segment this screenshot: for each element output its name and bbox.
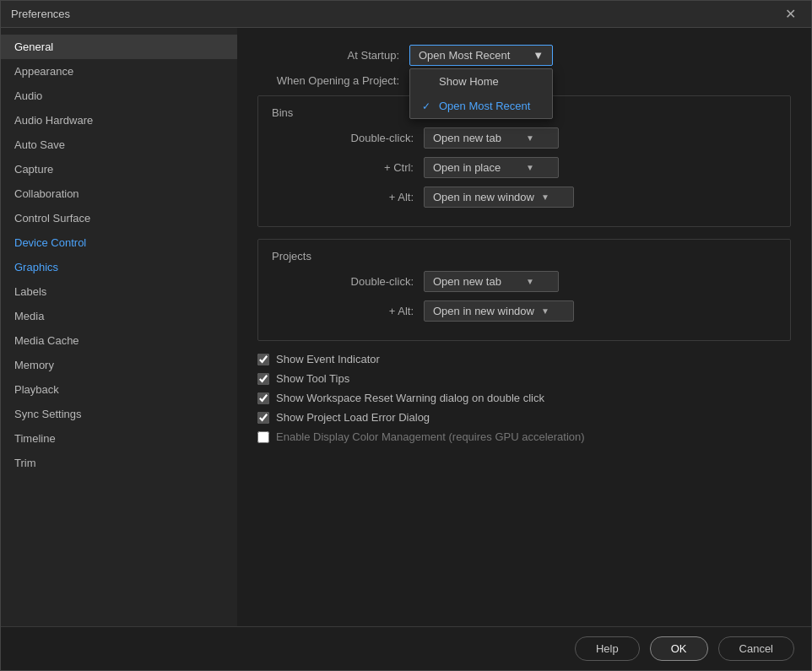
projects-doubleclick-select: Open new tab ▼: [424, 271, 559, 292]
bins-alt-chevron-icon: ▼: [541, 192, 549, 202]
bins-ctrl-button[interactable]: Open in place ▼: [424, 157, 559, 178]
sidebar-item-playback[interactable]: Playback: [1, 377, 237, 402]
preferences-dialog: Preferences ✕ GeneralAppearanceAudioAudi…: [0, 0, 812, 671]
bins-ctrl-label: + Ctrl:: [272, 161, 424, 174]
startup-option-open-most-recent-label: Open Most Recent: [439, 100, 530, 112]
sidebar-item-memory[interactable]: Memory: [1, 353, 237, 377]
checkbox-label-4: Enable Display Color Management (require…: [276, 430, 585, 443]
checkbox-label-0: Show Event Indicator: [276, 353, 380, 365]
sidebar-item-audio-hardware[interactable]: Audio Hardware: [1, 108, 237, 133]
bins-alt-label: + Alt:: [272, 191, 424, 203]
bins-ctrl-select: Open in place ▼: [424, 157, 559, 178]
projects-alt-chevron-icon: ▼: [541, 306, 549, 316]
checkbox-row-3: Show Project Load Error Dialog: [257, 411, 791, 424]
content-area: At Startup: Open Most Recent ▼ Show Home: [237, 28, 811, 626]
sidebar-item-capture[interactable]: Capture: [1, 157, 237, 181]
ok-button[interactable]: OK: [650, 636, 708, 661]
checkbox-label-2: Show Workspace Reset Warning dialog on d…: [276, 392, 544, 404]
main-area: GeneralAppearanceAudioAudio HardwareAuto…: [1, 28, 811, 626]
bins-alt-select: Open in new window ▼: [424, 187, 574, 208]
projects-section: Projects Double-click: Open new tab ▼ + …: [257, 239, 791, 341]
close-button[interactable]: ✕: [780, 6, 801, 23]
opening-label: When Opening a Project:: [257, 74, 409, 87]
projects-header: Projects: [272, 250, 777, 262]
checkbox-2[interactable]: [257, 392, 269, 404]
sidebar-item-trim[interactable]: Trim: [1, 451, 237, 475]
bins-ctrl-chevron-icon: ▼: [526, 163, 534, 172]
sidebar-item-auto-save[interactable]: Auto Save: [1, 133, 237, 157]
startup-chevron-icon: ▼: [533, 49, 544, 62]
footer: Help OK Cancel: [1, 626, 811, 670]
titlebar: Preferences ✕: [1, 1, 811, 28]
sidebar-item-control-surface[interactable]: Control Surface: [1, 206, 237, 230]
startup-label: At Startup:: [257, 49, 409, 62]
checkbox-3[interactable]: [257, 412, 269, 424]
startup-option-open-most-recent[interactable]: ✓ Open Most Recent: [410, 94, 552, 118]
bins-alt-row: + Alt: Open in new window ▼: [272, 187, 777, 208]
bins-doubleclick-label: Double-click:: [272, 132, 424, 144]
projects-alt-row: + Alt: Open in new window ▼: [272, 300, 777, 322]
startup-select-value: Open Most Recent: [419, 49, 510, 62]
bins-ctrl-value: Open in place: [433, 161, 501, 174]
startup-select-button[interactable]: Open Most Recent ▼: [409, 45, 553, 66]
projects-doubleclick-value: Open new tab: [433, 275, 501, 288]
sidebar-item-audio[interactable]: Audio: [1, 84, 237, 108]
sidebar-item-media[interactable]: Media: [1, 304, 237, 328]
checkbox-1[interactable]: [257, 373, 269, 385]
bins-doubleclick-select: Open new tab ▼: [424, 127, 559, 149]
projects-doubleclick-row: Double-click: Open new tab ▼: [272, 271, 777, 292]
projects-alt-select: Open in new window ▼: [424, 300, 574, 322]
active-checkmark-icon: ✓: [422, 100, 434, 112]
bins-doubleclick-row: Double-click: Open new tab ▼: [272, 127, 777, 149]
projects-doubleclick-chevron-icon: ▼: [526, 277, 534, 286]
startup-option-show-home[interactable]: Show Home: [410, 69, 552, 94]
sidebar-item-sync-settings[interactable]: Sync Settings: [1, 402, 237, 426]
checkbox-row-4: Enable Display Color Management (require…: [257, 430, 791, 443]
bins-doubleclick-button[interactable]: Open new tab ▼: [424, 127, 559, 149]
startup-dropdown-popup: Show Home ✓ Open Most Recent: [409, 68, 553, 119]
sidebar-item-general[interactable]: General: [1, 35, 237, 59]
sidebar-item-timeline[interactable]: Timeline: [1, 426, 237, 451]
startup-select-wrapper: Open Most Recent ▼ Show Home ✓ Open Most…: [409, 45, 553, 66]
startup-row: At Startup: Open Most Recent ▼ Show Home: [257, 45, 791, 66]
startup-option-show-home-label: Show Home: [439, 75, 499, 88]
sidebar-item-appearance[interactable]: Appearance: [1, 59, 237, 84]
sidebar-item-graphics[interactable]: Graphics: [1, 255, 237, 279]
sidebar-item-labels[interactable]: Labels: [1, 279, 237, 304]
cancel-button[interactable]: Cancel: [718, 636, 794, 661]
bins-doubleclick-chevron-icon: ▼: [526, 133, 534, 143]
dialog-title: Preferences: [11, 8, 70, 20]
help-button[interactable]: Help: [575, 636, 640, 661]
checkbox-label-1: Show Tool Tips: [276, 372, 349, 385]
sidebar: GeneralAppearanceAudioAudio HardwareAuto…: [1, 28, 237, 626]
checkbox-0[interactable]: [257, 354, 269, 365]
checkbox-label-3: Show Project Load Error Dialog: [276, 411, 430, 424]
sidebar-item-device-control[interactable]: Device Control: [1, 230, 237, 255]
bins-alt-value: Open in new window: [433, 191, 534, 203]
bins-alt-button[interactable]: Open in new window ▼: [424, 187, 574, 208]
projects-doubleclick-label: Double-click:: [272, 275, 424, 288]
sidebar-item-media-cache[interactable]: Media Cache: [1, 328, 237, 353]
checkbox-row-2: Show Workspace Reset Warning dialog on d…: [257, 392, 791, 404]
checkbox-row-0: Show Event Indicator: [257, 353, 791, 365]
checkbox-container: Show Event IndicatorShow Tool TipsShow W…: [257, 353, 791, 443]
projects-alt-label: + Alt:: [272, 305, 424, 317]
sidebar-item-collaboration[interactable]: Collaboration: [1, 181, 237, 206]
projects-alt-value: Open in new window: [433, 305, 534, 317]
checkbox-4[interactable]: [257, 431, 269, 443]
bins-ctrl-row: + Ctrl: Open in place ▼: [272, 157, 777, 178]
bins-doubleclick-value: Open new tab: [433, 132, 501, 144]
projects-doubleclick-button[interactable]: Open new tab ▼: [424, 271, 559, 292]
projects-alt-button[interactable]: Open in new window ▼: [424, 300, 574, 322]
checkbox-row-1: Show Tool Tips: [257, 372, 791, 385]
